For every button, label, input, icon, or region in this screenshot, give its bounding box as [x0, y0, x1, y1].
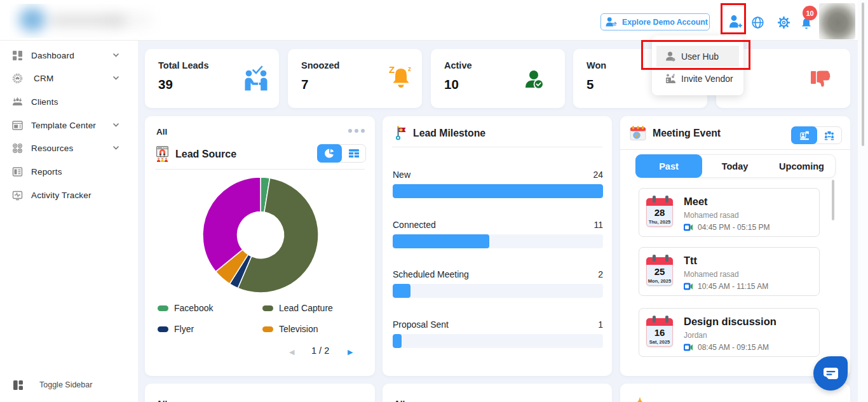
svg-text:Z: Z: [389, 65, 395, 75]
svg-text:z: z: [408, 65, 411, 72]
